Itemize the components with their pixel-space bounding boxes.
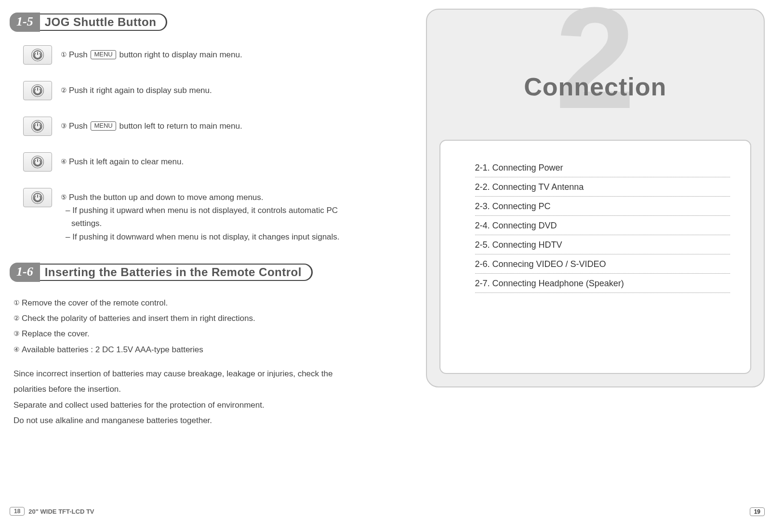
menu-button-label: MENU: [91, 121, 116, 131]
battery-step-line: ④Available batteries : 2 DC 1.5V AAA-typ…: [13, 342, 363, 358]
battery-note: Since incorrect insertion of batteries m…: [13, 366, 363, 398]
section-1-5-title-wrap: JOG Shuttle Button: [40, 13, 168, 31]
power-button-icon: [23, 188, 52, 207]
toc-item: 2-1. Connecting Power: [475, 158, 731, 177]
step-text-post: button left to return to main menu.: [117, 121, 242, 131]
battery-step-text: Check the polarity of batteries and inse…: [22, 314, 255, 323]
section-1-6-header: 1-6 Inserting the Batteries in the Remot…: [10, 263, 363, 282]
jog-step-text: ③Push MENU button left to return to main…: [61, 117, 242, 133]
battery-step-line: ②Check the polarity of batteries and ins…: [13, 311, 363, 326]
power-button-icon: [23, 81, 52, 100]
jog-step-text: ⑤Push the button up and down to move amo…: [61, 188, 363, 243]
page-number-right: 19: [750, 507, 765, 516]
step-subtext: – If pushing it downward when menu is no…: [61, 230, 363, 243]
section-1-6-title: Inserting the Batteries in the Remote Co…: [45, 266, 306, 279]
jog-step-text: ④Push it left again to clear menu.: [61, 152, 184, 168]
toc-item: 2-4. Connecting DVD: [475, 216, 731, 235]
right-page: 2 Connection 2-1. Connecting Power2-2. C…: [392, 0, 784, 532]
section-1-5-number: 1-5: [10, 13, 40, 32]
toc-item: 2-3. Connecting PC: [475, 197, 731, 216]
chapter-panel: 2 Connection 2-1. Connecting Power2-2. C…: [426, 9, 765, 387]
step-text-pre: Push: [69, 121, 90, 131]
jog-steps: ①Push MENU button right to display main …: [10, 45, 363, 243]
battery-note: Separate and collect used batteries for …: [13, 398, 363, 413]
step-marker: ①: [61, 49, 67, 60]
step-marker: ④: [61, 156, 67, 167]
step-marker: ⑤: [61, 192, 67, 202]
page-number-left: 18: [10, 507, 25, 516]
step-marker: ②: [13, 312, 20, 325]
toc-item: 2-5. Connecting HDTV: [475, 235, 731, 254]
power-button-icon: [23, 152, 52, 172]
toc-item: 2-6. Connecing VIDEO / S-VIDEO: [475, 254, 731, 274]
jog-step-row: ⑤Push the button up and down to move amo…: [23, 188, 363, 243]
step-subtext: – If pushing it upward when menu is not …: [61, 204, 363, 230]
jog-step-text: ①Push MENU button right to display main …: [61, 45, 242, 61]
toc-box: 2-1. Connecting Power2-2. Connecting TV …: [439, 140, 752, 374]
battery-step-line: ①Remove the cover of the remote control.: [13, 295, 363, 311]
jog-step-row: ④Push it left again to clear menu.: [23, 152, 363, 172]
step-text-pre: Push it right again to display sub menu.: [69, 86, 212, 95]
section-1-6-number: 1-6: [10, 263, 40, 282]
step-text-pre: Push: [69, 50, 90, 59]
section-1-5-header: 1-5 JOG Shuttle Button: [10, 13, 363, 32]
footer-right: 19: [750, 507, 765, 516]
step-marker: ④: [13, 343, 20, 356]
step-text-post: button right to display main menu.: [117, 50, 242, 59]
jog-step-row: ③Push MENU button left to return to main…: [23, 117, 363, 136]
footer-left: 18 20" WIDE TFT-LCD TV: [10, 507, 94, 516]
menu-button-label: MENU: [91, 50, 116, 59]
jog-step-text: ②Push it right again to display sub menu…: [61, 81, 212, 97]
left-page: 1-5 JOG Shuttle Button ①Push MENU button…: [0, 0, 392, 532]
battery-note: Do not use alkaline and manganese batter…: [13, 413, 363, 428]
step-text-pre: Push the button up and down to move amon…: [69, 193, 264, 202]
battery-step-text: Available batteries : 2 DC 1.5V AAA-type…: [22, 345, 203, 354]
battery-step-line: ③Replace the cover.: [13, 326, 363, 342]
battery-step-text: Remove the cover of the remote control.: [22, 298, 168, 307]
power-button-icon: [23, 45, 52, 65]
jog-step-row: ②Push it right again to display sub menu…: [23, 81, 363, 100]
step-marker: ②: [61, 85, 67, 95]
battery-step-text: Replace the cover.: [22, 329, 90, 338]
step-marker: ③: [61, 120, 67, 131]
jog-step-row: ①Push MENU button right to display main …: [23, 45, 363, 65]
product-name: 20" WIDE TFT-LCD TV: [28, 508, 94, 515]
section-1-6-title-wrap: Inserting the Batteries in the Remote Co…: [40, 264, 313, 281]
toc-item: 2-2. Connecting TV Antenna: [475, 177, 731, 197]
toc-item: 2-7. Connecting Headphone (Speaker): [475, 274, 731, 293]
step-marker: ①: [13, 296, 20, 309]
step-marker: ③: [13, 327, 20, 340]
chapter-title: Connection: [427, 72, 764, 101]
power-button-icon: [23, 117, 52, 136]
step-text-pre: Push it left again to clear menu.: [69, 157, 184, 166]
section-1-5-title: JOG Shuttle Button: [45, 15, 161, 29]
section-1-6-body: ①Remove the cover of the remote control.…: [13, 295, 363, 428]
chapter-big-number: 2: [555, 0, 636, 130]
